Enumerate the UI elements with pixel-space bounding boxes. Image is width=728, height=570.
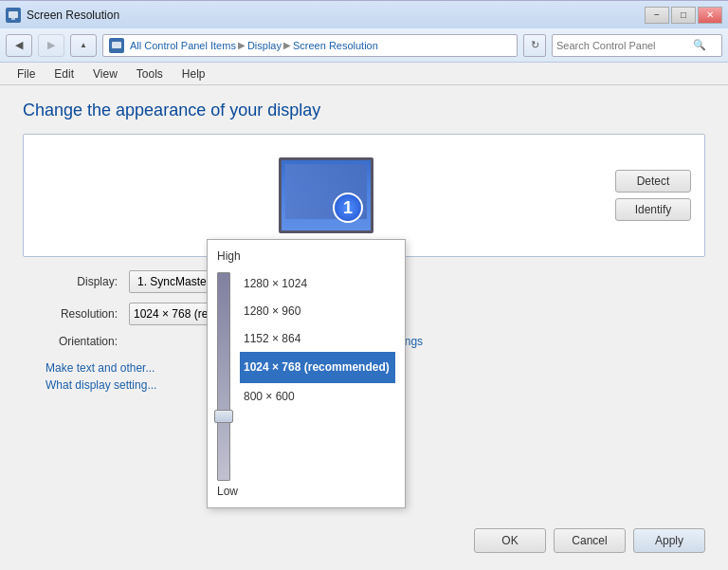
menu-bar: File Edit View Tools Help [0, 63, 728, 85]
orientation-label: Orientation: [23, 335, 118, 348]
resolution-label: Resolution: [23, 307, 118, 321]
search-box[interactable]: 🔍 [552, 34, 722, 57]
resolution-dropdown-popup: High 1280 × 1024 1280 × 960 1152 × 864 1… [207, 239, 406, 508]
breadcrumb: All Control Panel Items ▶ Display ▶ Scre… [102, 34, 518, 57]
menu-view[interactable]: View [83, 65, 127, 83]
monitor-container: 1 [37, 157, 615, 233]
res-option-0[interactable]: 1280 × 1024 [240, 270, 395, 298]
breadcrumb-sep-2: ▶ [283, 40, 291, 50]
display-label: Display: [23, 275, 118, 288]
monitor-image: 1 [279, 157, 373, 233]
resolution-slider-track[interactable] [217, 272, 230, 481]
minimize-button[interactable]: − [645, 7, 669, 24]
res-option-3[interactable]: 1024 × 768 (recommended) [240, 352, 395, 383]
bottom-buttons: OK Cancel Apply [474, 528, 705, 553]
forward-button[interactable]: ▶ [38, 34, 64, 57]
window-controls: − □ ✕ [645, 7, 722, 24]
address-bar: ◀ ▶ ▲ All Control Panel Items ▶ Display … [0, 28, 728, 63]
dropdown-high-label: High [208, 249, 405, 267]
dropdown-low-label: Low [208, 481, 405, 498]
svg-rect-2 [112, 42, 121, 48]
detect-buttons: Detect Identify [615, 170, 691, 221]
breadcrumb-item-resolution[interactable]: Screen Resolution [293, 40, 378, 51]
svg-rect-0 [9, 11, 18, 18]
back-button[interactable]: ◀ [6, 34, 32, 57]
menu-file[interactable]: File [8, 65, 45, 83]
menu-tools[interactable]: Tools [127, 65, 173, 83]
close-button[interactable]: ✕ [698, 7, 722, 24]
res-option-1[interactable]: 1280 × 960 [240, 298, 395, 325]
page-title: Change the appearance of your display [23, 101, 705, 120]
app-icon [6, 8, 21, 23]
breadcrumb-item-control-panel[interactable]: All Control Panel Items [130, 40, 236, 51]
resolution-options: 1280 × 1024 1280 × 960 1152 × 864 1024 ×… [240, 267, 395, 411]
search-input[interactable] [556, 40, 689, 51]
title-bar-left: Screen Resolution [6, 8, 119, 23]
refresh-button[interactable]: ↻ [523, 34, 546, 57]
res-option-2[interactable]: 1152 × 864 [240, 325, 395, 353]
res-option-4[interactable]: 800 × 600 [240, 383, 395, 411]
breadcrumb-item-display[interactable]: Display [247, 40, 282, 51]
breadcrumb-icon [109, 38, 124, 53]
window-title: Screen Resolution [27, 9, 119, 22]
breadcrumb-sep-1: ▶ [238, 40, 246, 50]
search-icon: 🔍 [693, 39, 706, 51]
main-content: Change the appearance of your display 1 … [0, 85, 728, 570]
ok-button[interactable]: OK [474, 528, 546, 553]
up-button[interactable]: ▲ [70, 34, 97, 57]
svg-rect-1 [11, 18, 15, 20]
maximize-button[interactable]: □ [671, 7, 696, 24]
menu-help[interactable]: Help [173, 65, 215, 83]
resolution-slider-thumb[interactable] [214, 410, 233, 423]
title-bar: Screen Resolution − □ ✕ [0, 0, 728, 28]
monitor-number: 1 [333, 193, 363, 223]
slider-area: 1280 × 1024 1280 × 960 1152 × 864 1024 ×… [208, 267, 405, 481]
identify-button[interactable]: Identify [615, 198, 691, 221]
cancel-button[interactable]: Cancel [554, 528, 626, 553]
apply-button[interactable]: Apply [633, 528, 705, 553]
menu-edit[interactable]: Edit [45, 65, 83, 83]
detect-button[interactable]: Detect [615, 170, 691, 193]
display-select-value: 1. SyncMaster [134, 275, 214, 288]
